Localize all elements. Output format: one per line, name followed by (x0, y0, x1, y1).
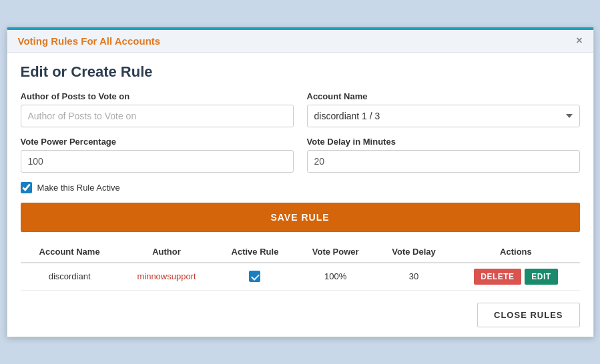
col-actions: Actions (452, 241, 579, 263)
active-rule-row: Make this Rule Active (21, 182, 580, 193)
close-rules-button[interactable]: CLOSE RULES (477, 303, 579, 327)
account-group: Account Name discordiant 1 / 3 (307, 91, 580, 127)
vote-delay-label: Vote Delay in Minutes (307, 137, 580, 147)
modal-body: Edit or Create Rule Author of Posts to V… (7, 53, 593, 297)
section-title: Edit or Create Rule (21, 63, 580, 81)
table-row: discordiant minnowsupport 100% 30 DELETE… (21, 263, 580, 291)
col-account-name: Account Name (21, 241, 119, 263)
rules-table-wrapper: Account Name Author Active Rule Vote Pow… (21, 241, 580, 291)
cell-author: minnowsupport (119, 263, 215, 291)
author-group: Author of Posts to Vote on (21, 91, 294, 127)
col-active-rule: Active Rule (214, 241, 295, 263)
save-rule-button[interactable]: SAVE RULE (21, 203, 580, 232)
vote-power-group: Vote Power Percentage (21, 137, 294, 173)
active-rule-checkbox[interactable] (21, 182, 32, 193)
account-select-wrapper: discordiant 1 / 3 (307, 105, 580, 127)
cell-account-name: discordiant (21, 263, 119, 291)
rules-table: Account Name Author Active Rule Vote Pow… (21, 241, 580, 291)
active-rule-check-icon (249, 271, 260, 282)
delete-button[interactable]: DELETE (474, 269, 521, 285)
col-author: Author (119, 241, 215, 263)
vote-delay-group: Vote Delay in Minutes (307, 137, 580, 173)
account-label: Account Name (307, 91, 580, 101)
cell-vote-power: 100% (296, 263, 376, 291)
cell-active-rule (214, 263, 295, 291)
author-label: Author of Posts to Vote on (21, 91, 294, 101)
table-header-row: Account Name Author Active Rule Vote Pow… (21, 241, 580, 263)
voting-rules-modal: Voting Rules For All Accounts × Edit or … (7, 27, 594, 337)
close-icon[interactable]: × (576, 35, 582, 46)
edit-button[interactable]: EDIT (525, 269, 557, 285)
vote-power-label: Vote Power Percentage (21, 137, 294, 147)
modal-header: Voting Rules For All Accounts × (7, 30, 593, 53)
form-row-2: Vote Power Percentage Vote Delay in Minu… (21, 137, 580, 173)
cell-vote-delay: 30 (376, 263, 453, 291)
cell-actions: DELETE EDIT (452, 263, 579, 291)
author-input[interactable] (21, 105, 294, 127)
col-vote-power: Vote Power (296, 241, 376, 263)
account-select[interactable]: discordiant 1 / 3 (307, 105, 580, 127)
vote-power-input[interactable] (21, 150, 294, 173)
modal-title: Voting Rules For All Accounts (18, 35, 161, 47)
form-row-1: Author of Posts to Vote on Account Name … (21, 91, 580, 127)
col-vote-delay: Vote Delay (376, 241, 453, 263)
active-rule-label: Make this Rule Active (37, 183, 120, 193)
vote-delay-input[interactable] (307, 150, 580, 173)
modal-footer: CLOSE RULES (7, 297, 593, 337)
